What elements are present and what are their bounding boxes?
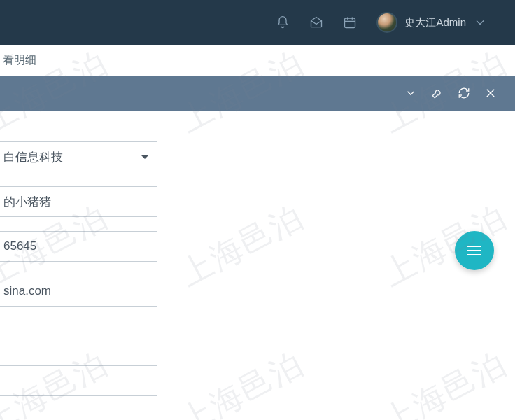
refresh-icon[interactable] [458,87,470,99]
panel-header [0,76,515,111]
field-5[interactable] [0,321,157,351]
bell-icon[interactable] [276,15,290,29]
chevron-down-icon [473,15,487,29]
name-field[interactable]: 的小猪猪 [0,186,157,217]
calendar-icon[interactable] [343,15,357,29]
avatar [376,12,397,33]
user-menu[interactable]: 史大江Admin [376,12,487,33]
wrench-icon[interactable] [431,87,444,99]
company-select[interactable]: 白信息科技 [0,141,157,172]
mail-open-icon[interactable] [309,15,323,29]
chevron-down-icon[interactable] [404,87,417,99]
form-content: 白信息科技 的小猪猪 65645 sina.com [0,111,515,396]
field-6[interactable] [0,365,157,396]
breadcrumb-tail: 看明细 [3,53,36,68]
menu-fab[interactable] [455,231,494,270]
breadcrumb: 看明细 [0,45,515,76]
svg-rect-0 [345,18,355,27]
hamburger-icon [467,250,481,251]
user-name: 史大江Admin [404,16,466,29]
phone-field[interactable]: 65645 [0,231,157,262]
close-icon[interactable] [484,87,497,99]
email-field[interactable]: sina.com [0,276,157,307]
top-bar: 史大江Admin [0,0,515,45]
